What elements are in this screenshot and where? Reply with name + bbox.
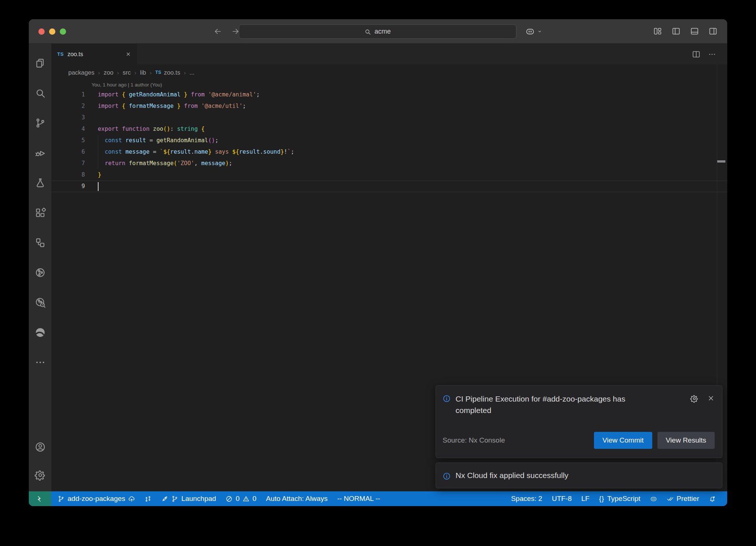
activity-item-accounts[interactable]	[31, 433, 49, 461]
line-number: 9	[51, 181, 85, 192]
customize-layout-icon	[653, 27, 662, 36]
status-notifications-bell[interactable]	[704, 491, 721, 506]
zoom-window-button[interactable]	[60, 28, 66, 35]
source-control-icon	[35, 117, 46, 129]
text-cursor	[98, 182, 99, 191]
close-icon[interactable]	[126, 51, 131, 57]
line-number: 8	[51, 169, 85, 181]
braces-icon: {}	[599, 495, 604, 503]
activity-item-extensions[interactable]	[31, 198, 49, 228]
additional-views-icon	[35, 357, 46, 368]
warning-icon	[243, 495, 250, 502]
indent-guide	[98, 146, 98, 158]
vscode-window: acme TS zoo.ts packages›zoo›src›lib›TSzo…	[29, 19, 727, 506]
info-icon	[443, 472, 451, 480]
indent-guide	[98, 135, 98, 146]
branch-icon	[171, 495, 178, 502]
status-problems[interactable]: 00	[221, 491, 261, 506]
view-commit-button[interactable]: View Commit	[594, 432, 652, 449]
breadcrumb-item-zoo[interactable]: zoo	[104, 69, 114, 76]
breadcrumb-item-zoo-ts[interactable]: zoo.ts	[164, 69, 180, 76]
layout-sidebar-right-button[interactable]	[708, 27, 718, 36]
view-results-button[interactable]: View Results	[657, 432, 715, 449]
layout-sidebar-right-icon	[708, 27, 718, 36]
notification-ci-pipeline: CI Pipeline Execution for #add-zoo-packa…	[436, 385, 722, 458]
activity-bar-bottom	[31, 433, 49, 489]
close-tab-icon[interactable]	[126, 51, 131, 57]
layout-controls	[653, 19, 718, 43]
breadcrumb-item--[interactable]: ...	[189, 69, 195, 76]
tab-zoo-ts[interactable]: TS zoo.ts	[51, 44, 137, 65]
split-editor-button[interactable]	[692, 50, 701, 59]
accounts-icon	[35, 441, 46, 453]
breadcrumb-item-src[interactable]: src	[123, 69, 131, 76]
status-gitlens-launchpad[interactable]: Launchpad	[157, 491, 221, 506]
status-auto-attach[interactable]: Auto Attach: Always	[261, 491, 333, 506]
back-button[interactable]	[213, 27, 222, 36]
more-actions-button[interactable]	[708, 50, 716, 58]
check-double-icon	[667, 495, 674, 502]
status-indentation[interactable]: Spaces: 2	[506, 491, 547, 506]
tab-label: zoo.ts	[68, 51, 83, 58]
graph-icon	[145, 495, 152, 502]
activity-item-testing[interactable]	[31, 168, 49, 198]
error-icon	[226, 495, 233, 502]
activity-item-nx-cloud[interactable]	[31, 257, 49, 287]
command-center-search[interactable]: acme	[239, 24, 516, 39]
manage-settings-icon	[35, 470, 46, 481]
notification-nx-cloud-fix: Nx Cloud fix applied successfully	[436, 463, 722, 488]
extensions-icon	[35, 207, 46, 218]
typescript-file-icon: TS	[57, 51, 64, 57]
testing-icon	[35, 177, 46, 188]
activity-item-nx-console[interactable]	[31, 228, 49, 257]
customize-layout-button[interactable]	[653, 27, 662, 36]
minimize-window-button[interactable]	[49, 28, 55, 35]
status-formatter-prettier[interactable]: Prettier	[662, 491, 704, 506]
activity-item-run-and-debug[interactable]	[31, 138, 49, 168]
breadcrumb-item-lib[interactable]: lib	[140, 69, 146, 76]
status-vim-mode[interactable]: -- NORMAL --	[332, 491, 385, 506]
status-git-branch[interactable]: add-zoo-packages	[53, 491, 140, 506]
branch-icon	[58, 495, 65, 502]
remote-icon	[37, 495, 44, 502]
activity-item-additional-views[interactable]	[31, 347, 49, 377]
overview-ruler-decoration[interactable]	[717, 160, 725, 163]
activity-item-manage-settings[interactable]	[31, 461, 49, 489]
notification-title: Nx Cloud fix applied successfully	[456, 471, 568, 480]
activity-item-nx-cloud-inspect[interactable]	[31, 287, 49, 317]
status-commit-graph[interactable]	[140, 491, 157, 506]
close-window-button[interactable]	[38, 28, 45, 35]
desktop-background: acme TS zoo.ts packages›zoo›src›lib›TSzo…	[0, 0, 756, 546]
code-line-8: 8}	[51, 169, 727, 181]
activity-item-explorer[interactable]	[31, 48, 49, 78]
info-icon	[443, 395, 451, 403]
activity-bar	[29, 44, 51, 491]
explorer-icon	[35, 58, 46, 69]
layout-panel-button[interactable]	[690, 27, 699, 36]
activity-item-edge-tools[interactable]	[31, 317, 49, 347]
notification-close-icon[interactable]	[707, 395, 715, 403]
close-icon[interactable]	[707, 395, 715, 402]
breadcrumb-item-packages[interactable]: packages	[68, 69, 94, 76]
copilot-menu[interactable]	[525, 19, 543, 43]
activity-item-source-control[interactable]	[31, 108, 49, 138]
status-remote-indicator[interactable]	[29, 491, 51, 506]
status-eol[interactable]: LF	[577, 491, 594, 506]
cloud-upload-icon	[128, 495, 135, 502]
activity-item-search[interactable]	[31, 78, 49, 108]
status-bar-right: Spaces: 2UTF-8LF{}TypeScriptPrettier	[506, 491, 727, 506]
search-icon	[35, 88, 46, 99]
line-number: 3	[51, 112, 85, 123]
notification-source: Source: Nx Console	[443, 436, 505, 444]
status-encoding[interactable]: UTF-8	[547, 491, 577, 506]
code-line-2: 2import { formatMessage } from '@acme/ut…	[51, 100, 727, 112]
nx-console-icon	[35, 237, 46, 248]
editor-actions	[692, 44, 727, 65]
gear-icon[interactable]	[690, 395, 698, 403]
layout-sidebar-left-button[interactable]	[671, 27, 681, 36]
notification-settings-icon[interactable]	[690, 395, 698, 403]
status-copilot-status[interactable]	[645, 491, 662, 506]
status-language-mode[interactable]: {}TypeScript	[594, 491, 645, 506]
copilot-icon	[650, 495, 657, 502]
codelens-blame[interactable]: You, 1 hour ago | 1 author (You)	[51, 80, 727, 89]
